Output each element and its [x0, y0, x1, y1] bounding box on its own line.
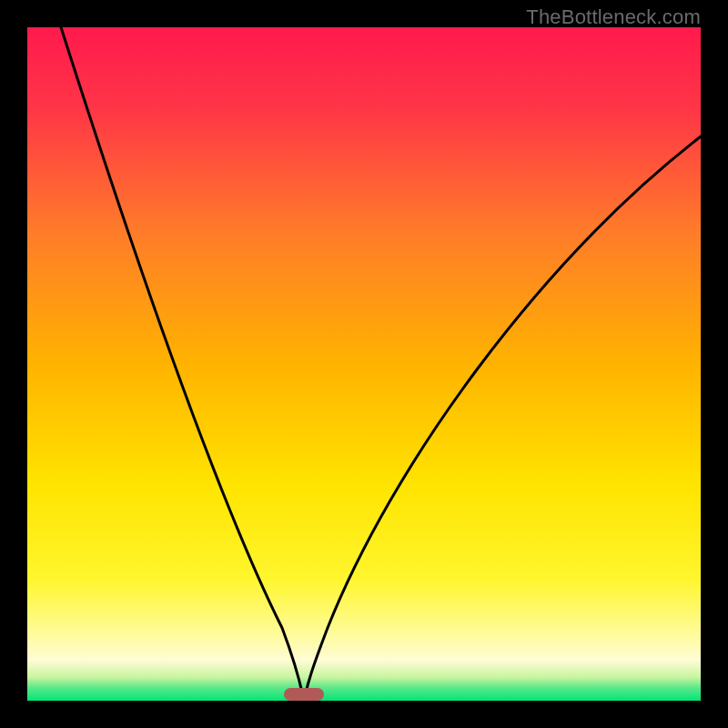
- chart-frame: [0, 0, 728, 728]
